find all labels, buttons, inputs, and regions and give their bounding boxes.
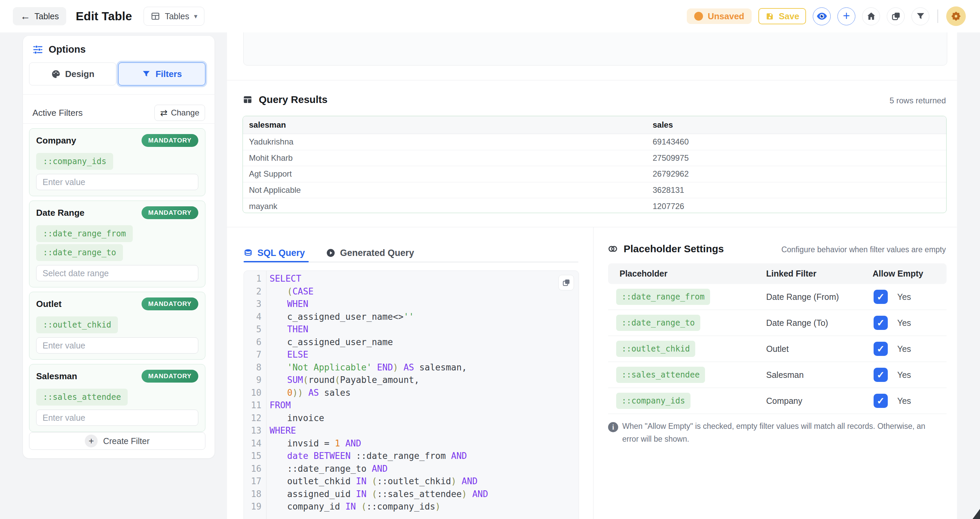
placeholder-row: ::date_range_fromDate Range (From)✓Yes: [608, 284, 947, 310]
filter-card-list: CompanyMANDATORY::company_idsDate RangeM…: [29, 128, 205, 436]
section-divider: [227, 227, 957, 227]
options-title: Options: [49, 44, 86, 55]
cell-sales: 26792962: [647, 169, 946, 179]
back-button[interactable]: ← Tables: [13, 7, 66, 25]
placeholder-tag: ::date_range_from: [616, 289, 710, 305]
filter-value-input[interactable]: [36, 409, 198, 426]
tables-dropdown-label: Tables: [165, 11, 189, 21]
allow-empty-checkbox[interactable]: ✓: [873, 290, 888, 304]
section-divider: [227, 80, 957, 80]
tab-generated-query-label: Generated Query: [340, 248, 414, 258]
palette-icon: [51, 69, 61, 79]
preview-button[interactable]: [813, 8, 831, 25]
column-header-placeholder: Placeholder: [620, 263, 668, 284]
mandatory-badge: MANDATORY: [142, 134, 198, 147]
unsaved-dot-icon: [694, 12, 703, 21]
line-number: 8: [244, 361, 266, 374]
tab-sql-query-label: SQL Query: [258, 248, 305, 258]
allow-empty-value: Yes: [897, 310, 911, 336]
cell-salesman: Mohit Kharb: [243, 153, 647, 163]
placeholder-tag: ::outlet_chkid: [36, 316, 118, 333]
linked-filter-label: Date Range (From): [766, 284, 839, 309]
corner-artifact: [972, 509, 980, 519]
allow-empty-checkbox[interactable]: ✓: [873, 394, 888, 408]
placeholder-tag: ::sales_attendee: [36, 389, 128, 406]
line-number: 19: [244, 500, 266, 513]
copy-icon: [891, 11, 901, 21]
create-filter-label: Create Filter: [103, 436, 150, 446]
filter-value-input[interactable]: [36, 174, 198, 190]
filter-value-input[interactable]: [36, 337, 198, 354]
placeholder-table-rows: ::date_range_fromDate Range (From)✓Yes::…: [608, 284, 947, 414]
placeholder-tag: ::date_range_from: [36, 225, 133, 242]
filter-card: SalesmanMANDATORY::sales_attendee: [29, 364, 205, 432]
funnel-icon: [915, 11, 926, 21]
table-row: Yadukrishna69143460: [243, 134, 946, 150]
filter-button[interactable]: [912, 8, 929, 25]
placeholder-row: ::outlet_chkidOutlet✓Yes: [608, 336, 947, 362]
placeholder-row: ::company_idsCompany✓Yes: [608, 388, 947, 414]
home-button[interactable]: [862, 8, 880, 25]
code-line: 5THEN: [244, 323, 579, 336]
code-line: 1SELECT: [244, 273, 579, 285]
tables-dropdown[interactable]: Tables ▾: [143, 7, 204, 25]
mandatory-badge: MANDATORY: [142, 297, 198, 310]
line-number: 18: [244, 488, 266, 501]
code-line: 17outlet_chkid IN (::outlet_chkid) AND: [244, 475, 579, 488]
chevron-down-icon: ▾: [194, 12, 197, 20]
query-results-title: Query Results: [259, 94, 327, 105]
rows-returned-label: 5 rows returned: [889, 96, 946, 105]
code-line: 9SUM(round(Payable_amount,: [244, 374, 579, 387]
tab-design-label: Design: [65, 69, 95, 79]
linked-filter-label: Company: [766, 388, 802, 414]
create-filter-button[interactable]: + Create Filter: [29, 432, 205, 450]
sql-code-editor[interactable]: 1SELECT2(CASE3WHEN4c_assigned_user_name<…: [243, 270, 579, 519]
linked-filter-label: Outlet: [766, 336, 789, 362]
table-row: Mohit Kharb27509975: [243, 150, 946, 167]
copy-code-button[interactable]: [558, 275, 574, 290]
tab-design[interactable]: Design: [29, 62, 116, 86]
filter-card-header: Date RangeMANDATORY: [36, 206, 198, 219]
code-line: 100)) AS sales: [244, 387, 579, 400]
code-text: (CASE: [266, 285, 313, 298]
code-line: 15date BETWEEN ::date_range_from AND: [244, 450, 579, 463]
change-filters-button[interactable]: ⇄ Change: [154, 105, 205, 121]
column-header-salesman: salesman: [243, 120, 647, 130]
code-text: WHERE: [266, 424, 296, 437]
note-text: When "Allow Empty" is checked, empty fil…: [622, 420, 939, 445]
duplicate-button[interactable]: [887, 8, 905, 25]
results-table: salesman sales Yadukrishna69143460Mohit …: [243, 116, 947, 213]
avatar[interactable]: [946, 6, 966, 26]
code-line: 14invsid = 1 AND: [244, 437, 579, 450]
options-panel: Options Design Filters Active Filters ⇄ …: [23, 36, 215, 458]
allow-empty-checkbox[interactable]: ✓: [873, 316, 888, 330]
allow-empty-checkbox[interactable]: ✓: [873, 342, 888, 356]
mandatory-badge: MANDATORY: [142, 206, 198, 219]
save-button[interactable]: Save: [758, 8, 806, 24]
code-text: 0)) AS sales: [266, 387, 351, 400]
filter-value-input[interactable]: [36, 265, 198, 281]
placeholder-tag: ::company_ids: [616, 393, 690, 409]
results-table-header: salesman sales: [243, 116, 946, 134]
line-number: 1: [244, 273, 266, 285]
allow-empty-value: Yes: [897, 336, 911, 362]
code-text: c_assigned_user_name: [266, 336, 393, 349]
code-text: ::date_range_to AND: [266, 463, 388, 475]
column-header-allow-empty: Allow Empty: [873, 263, 923, 284]
funnel-blue-icon: [142, 69, 151, 79]
allow-empty-checkbox[interactable]: ✓: [873, 368, 888, 382]
tab-filters[interactable]: Filters: [118, 62, 205, 86]
header-divider: [937, 10, 938, 23]
tab-sql-query[interactable]: SQL Query: [243, 248, 305, 258]
placeholder-row: ::date_range_toDate Range (To)✓Yes: [608, 310, 947, 336]
line-number: 15: [244, 450, 266, 463]
line-number: 9: [244, 374, 266, 387]
tab-generated-query[interactable]: Generated Query: [326, 248, 414, 258]
code-line: 19company_id IN (::company_ids): [244, 500, 579, 513]
add-button[interactable]: +: [837, 8, 855, 25]
database-icon: [243, 249, 253, 258]
filter-card-header: OutletMANDATORY: [36, 297, 198, 310]
active-filters-label: Active Filters: [32, 108, 83, 118]
line-number: 2: [244, 285, 266, 298]
main-panel: Query Results 5 rows returned salesman s…: [227, 32, 957, 519]
